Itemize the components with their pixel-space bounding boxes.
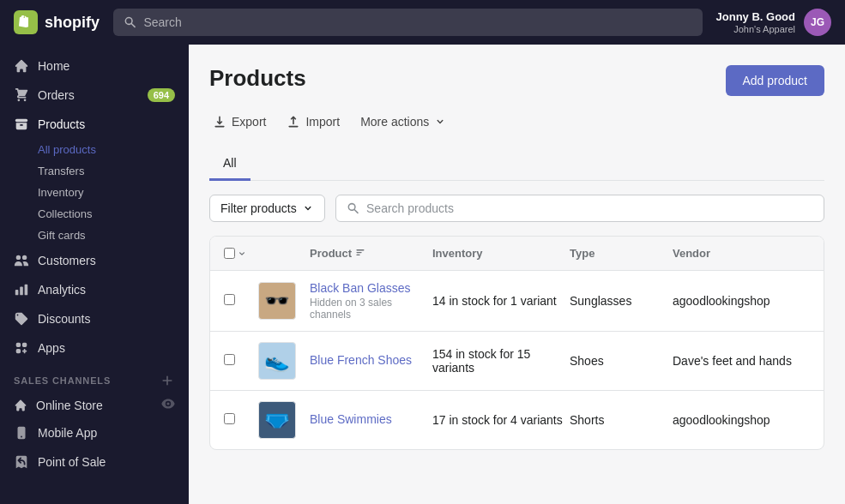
export-button[interactable]: Export [209, 110, 269, 134]
product-info: Blue Swimmies [310, 412, 432, 428]
filter-chevron-icon [302, 202, 314, 214]
home-icon [14, 58, 29, 74]
import-button[interactable]: Import [283, 110, 343, 134]
sidebar-orders-label: Orders [38, 88, 75, 102]
th-inventory: Inventory [432, 247, 570, 260]
import-label: Import [305, 115, 340, 129]
sidebar-item-analytics[interactable]: Analytics [0, 275, 189, 304]
sidebar-item-pos[interactable]: Point of Sale [0, 447, 189, 477]
type-cell: Sunglasses [570, 294, 673, 308]
user-info: Jonny B. Good John's Apparel [716, 10, 795, 34]
sales-channels-label: SALES CHANNELS [14, 375, 111, 386]
th-product[interactable]: Product [310, 247, 432, 260]
product-info: Black Ban Glasses Hidden on 3 sales chan… [310, 281, 432, 321]
user-store: John's Apparel [716, 24, 795, 34]
import-icon [287, 115, 300, 129]
inventory-cell: 14 in stock for 1 variant [432, 294, 570, 308]
tab-all[interactable]: All [209, 147, 250, 181]
type-cell: Shoes [570, 354, 673, 368]
sidebar-item-mobile-app[interactable]: Mobile App [0, 418, 189, 447]
more-actions-label: More actions [360, 115, 429, 129]
product-name[interactable]: Blue Swimmies [310, 412, 432, 426]
export-label: Export [232, 115, 266, 129]
logo[interactable]: shopify [14, 10, 100, 34]
pos-label: Point of Sale [38, 455, 106, 469]
sidebar-home-label: Home [38, 59, 69, 73]
search-icon [124, 15, 136, 29]
inventory-cell: 17 in stock for 4 variants [432, 413, 570, 427]
product-sub: Hidden on 3 sales channels [310, 297, 432, 321]
sidebar-item-orders[interactable]: Orders 694 [0, 81, 189, 110]
product-image: 🩲 [258, 401, 296, 439]
mobile-icon [14, 425, 29, 441]
sidebar: Home Orders 694 Products All products Tr… [0, 45, 189, 504]
sidebar-item-products[interactable]: Products [0, 110, 189, 139]
user-menu[interactable]: Jonny B. Good John's Apparel JG [716, 9, 831, 36]
tabs: All [209, 147, 824, 181]
online-store-label: Online Store [36, 399, 103, 412]
sidebar-item-customers[interactable]: Customers [0, 246, 189, 275]
orders-badge: 694 [148, 88, 175, 102]
mobile-app-label: Mobile App [38, 426, 97, 440]
analytics-icon [14, 282, 29, 297]
inventory-cell: 154 in stock for 15 variants [432, 347, 570, 375]
sidebar-item-collections[interactable]: Collections [0, 203, 189, 225]
online-store-icon [14, 399, 27, 412]
type-cell: Shorts [570, 413, 673, 427]
search-products-bar[interactable] [335, 195, 824, 222]
table-row: 🕶️ Black Ban Glasses Hidden on 3 sales c… [210, 271, 824, 332]
row-checkbox[interactable] [224, 353, 258, 369]
user-avatar[interactable]: JG [804, 9, 831, 36]
discounts-icon [14, 311, 29, 327]
select-all-checkbox[interactable] [224, 248, 235, 259]
chevron-down-icon [434, 116, 446, 128]
product-info: Blue French Shoes [310, 353, 432, 369]
global-search[interactable] [113, 9, 703, 36]
eye-icon[interactable] [161, 397, 175, 413]
row-checkbox[interactable] [224, 293, 258, 309]
product-name[interactable]: Black Ban Glasses [310, 281, 432, 295]
user-name: Jonny B. Good [716, 10, 795, 24]
apps-icon [14, 340, 29, 356]
toolbar: Export Import More actions [209, 110, 824, 134]
product-image: 🕶️ [258, 282, 296, 320]
logo-text: shopify [45, 14, 100, 32]
page-header: Products Add product [209, 65, 824, 96]
pos-icon [14, 454, 29, 470]
vendor-cell: agoodlookingshop [673, 294, 810, 308]
table-row: 🩲 Blue Swimmies 17 in stock for 4 varian… [210, 391, 824, 449]
main-layout: Home Orders 694 Products All products Tr… [0, 45, 845, 504]
export-icon [213, 115, 226, 129]
customers-icon [14, 253, 29, 268]
add-sales-channel-icon[interactable] [160, 373, 175, 388]
select-all-chevron-icon[interactable] [237, 249, 247, 259]
content-area: Products Add product Export Import More … [189, 45, 845, 504]
sidebar-item-all-products[interactable]: All products [0, 139, 189, 160]
sidebar-discounts-label: Discounts [38, 312, 90, 326]
product-name[interactable]: Blue French Shoes [310, 353, 432, 367]
th-type: Type [570, 247, 673, 260]
sidebar-item-gift-cards[interactable]: Gift cards [0, 225, 189, 246]
product-table: Product Inventory Type Vendor 🕶️ Black B… [209, 236, 824, 450]
search-products-input[interactable] [366, 201, 813, 215]
shoes-emoji: 👟 [264, 349, 290, 373]
search-input[interactable] [143, 15, 691, 29]
filter-products-button[interactable]: Filter products [209, 195, 325, 222]
vendor-cell: Dave's feet and hands [673, 354, 810, 368]
table-row: 👟 Blue French Shoes 154 in stock for 15 … [210, 332, 824, 391]
glasses-emoji: 🕶️ [264, 289, 290, 313]
row-checkbox[interactable] [224, 412, 258, 428]
sidebar-item-transfers[interactable]: Transfers [0, 160, 189, 182]
sidebar-item-online-store[interactable]: Online Store [0, 392, 189, 418]
sales-channels-section: SALES CHANNELS [0, 363, 189, 392]
sidebar-item-discounts[interactable]: Discounts [0, 304, 189, 333]
vendor-cell: agoodlookingshop [673, 413, 810, 427]
sidebar-item-inventory[interactable]: Inventory [0, 182, 189, 203]
add-product-button[interactable]: Add product [726, 65, 825, 96]
more-actions-button[interactable]: More actions [357, 110, 450, 134]
sidebar-item-apps[interactable]: Apps [0, 333, 189, 363]
page-title: Products [209, 65, 306, 92]
sort-icon [355, 248, 367, 260]
product-image: 👟 [258, 342, 296, 380]
sidebar-item-home[interactable]: Home [0, 51, 189, 81]
